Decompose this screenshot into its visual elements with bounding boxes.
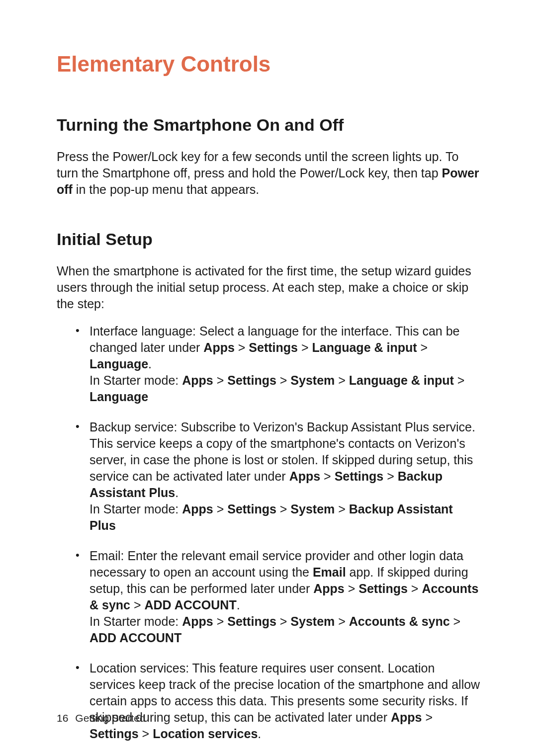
list-item: Backup service: Subscribe to Verizon's B… xyxy=(76,419,482,534)
path-sep: > xyxy=(276,373,291,387)
path-segment: ADD ACCOUNT xyxy=(144,598,236,612)
path-sep: > xyxy=(335,614,349,628)
para-text: Press the Power/Lock key for a few secon… xyxy=(57,150,458,180)
path-segment: ADD ACCOUNT xyxy=(90,631,181,645)
path-segment: Apps xyxy=(391,710,422,724)
list-item: Interface language: Select a language fo… xyxy=(76,323,482,405)
path-segment: Language xyxy=(90,357,148,371)
page-footer: 16Getting Started xyxy=(57,712,146,724)
path-segment: Language & input xyxy=(349,373,454,387)
section-heading-power: Turning the Smartphone On and Off xyxy=(57,115,482,135)
section-para-power: Press the Power/Lock key for a few secon… xyxy=(57,149,482,198)
mid-bold: Email xyxy=(313,565,346,579)
starter-prefix: In Starter mode: xyxy=(90,502,182,516)
path-sep: > xyxy=(213,373,228,387)
list-item: Email: Enter the relevant email service … xyxy=(76,548,482,646)
path-segment: Apps xyxy=(182,502,213,516)
path-sep: > xyxy=(298,340,312,354)
chapter-title: Elementary Controls xyxy=(57,52,482,77)
path-sep: > xyxy=(139,727,153,741)
path-sep: > xyxy=(276,502,291,516)
item-tail: . xyxy=(258,727,261,741)
path-sep: > xyxy=(417,340,428,354)
item-tail: . xyxy=(237,598,240,612)
section-intro-setup: When the smartphone is activated for the… xyxy=(57,263,482,312)
path-segment: Apps xyxy=(182,614,213,628)
path-segment: System xyxy=(290,373,335,387)
item-tail: . xyxy=(148,357,152,371)
path-sep: > xyxy=(213,502,228,516)
path-segment: Apps xyxy=(313,582,345,595)
path-segment: Settings xyxy=(358,582,408,595)
path-segment: Language & input xyxy=(312,340,417,354)
starter-prefix: In Starter mode: xyxy=(90,614,182,628)
path-segment: Apps xyxy=(203,340,235,354)
starter-prefix: In Starter mode: xyxy=(90,373,182,387)
footer-section: Getting Started xyxy=(75,712,145,724)
path-sep: > xyxy=(454,373,465,387)
path-segment: Apps xyxy=(182,373,213,387)
setup-list: Interface language: Select a language fo… xyxy=(76,323,482,742)
path-sep: > xyxy=(422,710,433,724)
path-sep: > xyxy=(335,502,349,516)
item-tail: . xyxy=(175,486,179,500)
path-sep: > xyxy=(320,469,335,483)
page-number: 16 xyxy=(57,712,68,724)
path-segment: System xyxy=(290,614,335,628)
path-segment: Settings xyxy=(227,502,276,516)
para-text: in the pop-up menu that appears. xyxy=(73,182,259,196)
path-sep: > xyxy=(130,598,145,612)
section-heading-setup: Initial Setup xyxy=(57,230,482,249)
path-sep: > xyxy=(213,614,228,628)
path-segment: System xyxy=(290,502,335,516)
path-sep: > xyxy=(235,340,249,354)
path-segment: Accounts & sync xyxy=(349,614,450,628)
path-segment: Settings xyxy=(335,469,384,483)
path-sep: > xyxy=(383,469,398,483)
path-segment: Location services xyxy=(153,727,258,741)
path-segment: Apps xyxy=(289,469,321,483)
path-sep: > xyxy=(450,614,461,628)
path-sep: > xyxy=(408,582,422,595)
path-segment: Language xyxy=(90,390,148,404)
list-item: Location services: This feature requires… xyxy=(76,660,482,742)
path-segment: Settings xyxy=(90,727,139,741)
path-sep: > xyxy=(276,614,291,628)
document-page: Elementary Controls Turning the Smartpho… xyxy=(0,0,537,756)
path-sep: > xyxy=(335,373,349,387)
path-segment: Settings xyxy=(249,340,298,354)
path-segment: Settings xyxy=(227,373,276,387)
path-sep: > xyxy=(345,582,359,595)
path-segment: Settings xyxy=(227,614,276,628)
